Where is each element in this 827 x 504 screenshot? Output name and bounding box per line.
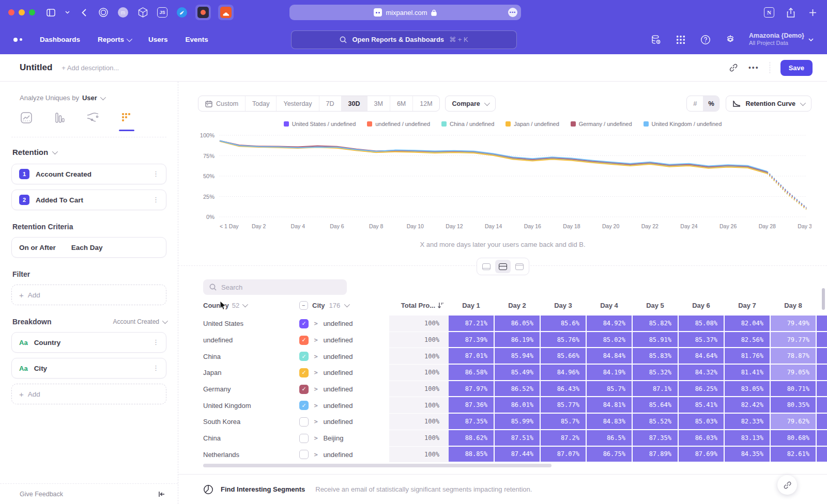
retention-cell[interactable]: 85.99%	[495, 414, 540, 429]
expand-chevron-icon[interactable]: >	[314, 337, 318, 343]
copy-link-icon[interactable]	[729, 63, 738, 72]
mixpanel-logo[interactable]	[13, 38, 22, 42]
vertical-scrollbar[interactable]	[822, 288, 825, 310]
step-card-1[interactable]: 1 Account Created ⋮	[11, 164, 166, 184]
column-day-2[interactable]: Day 2	[495, 302, 540, 309]
retention-cell[interactable]: 85.32%	[633, 365, 678, 380]
legend-item[interactable]: China / undefined	[441, 121, 494, 127]
retention-cell[interactable]: 86.01%	[495, 397, 540, 413]
js-favicon[interactable]: JS	[156, 6, 169, 19]
retention-cell[interactable]: 80.35%	[771, 397, 816, 413]
column-total[interactable]: Total Pro...	[389, 302, 449, 309]
tab-flows[interactable]	[87, 112, 99, 131]
retention-cell[interactable]: 84.19%	[587, 365, 632, 380]
kebab-menu-icon[interactable]: ⋮	[152, 173, 159, 175]
retention-cell[interactable]: 82.61%	[771, 447, 816, 462]
layout-chart-only-button[interactable]	[479, 260, 494, 273]
row-checkbox[interactable]: ✓	[299, 368, 309, 377]
retention-cell[interactable]: 87.69%	[679, 447, 724, 462]
retention-cell[interactable]: 84.32%	[679, 365, 724, 380]
unit-percent-button[interactable]: %	[703, 96, 719, 111]
retention-cell[interactable]: 85.03%	[679, 414, 724, 429]
retention-cell[interactable]: 87.44%	[495, 447, 540, 462]
retention-cell[interactable]: 85.83%	[633, 348, 678, 364]
data-management-icon[interactable]	[650, 34, 662, 46]
row-checkbox[interactable]	[299, 417, 309, 427]
retention-cell[interactable]: 85.7%	[541, 414, 586, 429]
global-search-input[interactable]: Open Reports & Dashboards ⌘ + K	[291, 30, 517, 49]
tab-retention[interactable]	[121, 112, 132, 131]
range-custom[interactable]: Custom	[198, 96, 245, 111]
kebab-menu-icon[interactable]: ⋮	[152, 341, 159, 343]
range-6m[interactable]: 6M	[390, 96, 412, 111]
window-controls[interactable]	[8, 9, 35, 15]
retention-cell[interactable]: 86.52%	[495, 381, 540, 397]
more-options-icon[interactable]: •••	[748, 64, 759, 72]
kebab-menu-icon[interactable]: ⋮	[152, 367, 159, 369]
retention-cell[interactable]: 87.89%	[633, 447, 678, 462]
retention-cell[interactable]: 85.08%	[679, 316, 724, 331]
layout-split-button[interactable]	[495, 260, 511, 273]
compare-button[interactable]: Compare	[445, 96, 496, 112]
retention-cell[interactable]: 85.52%	[633, 414, 678, 429]
range-yesterday[interactable]: Yesterday	[276, 96, 318, 111]
criteria-each-day[interactable]: Each Day	[71, 244, 103, 251]
nav-item-users[interactable]: Users	[148, 36, 168, 43]
column-day-8[interactable]: Day 8	[771, 302, 816, 309]
retention-cell[interactable]: 81.41%	[725, 365, 770, 380]
column-day-3[interactable]: Day 3	[541, 302, 586, 309]
legend-item[interactable]: undefined / undefined	[367, 121, 430, 127]
chart-type-button[interactable]: Retention Curve	[726, 96, 811, 112]
select-all-checkbox[interactable]: −	[299, 301, 308, 310]
retention-cell[interactable]: 83.13%	[725, 430, 770, 446]
retention-cell[interactable]: 86.19%	[495, 332, 540, 348]
row-checkbox[interactable]	[299, 450, 309, 459]
settings-gear-icon[interactable]	[724, 34, 737, 46]
legend-item[interactable]: United States / undefined	[284, 121, 356, 127]
retention-cell[interactable]: 82.04%	[725, 316, 770, 331]
retention-cell[interactable]: 81.76%	[725, 348, 770, 364]
retention-cell[interactable]: 84.84%	[587, 348, 632, 364]
retention-cell[interactable]: 79.05%	[771, 365, 816, 380]
analyze-uniques-row[interactable]: Analyze Uniques by User	[11, 94, 166, 102]
retention-cell[interactable]: 84.83%	[587, 414, 632, 429]
give-feedback-link[interactable]: Give Feedback	[20, 491, 63, 498]
breakdown-add-button[interactable]: + Add	[11, 384, 166, 404]
step-event-label[interactable]: Added To Cart	[36, 196, 83, 204]
retention-cell[interactable]: 84.35%	[725, 447, 770, 462]
retention-cell[interactable]: 85.66%	[541, 348, 586, 364]
retention-cell[interactable]: 86.05%	[495, 316, 540, 331]
retention-cell[interactable]: 85.76%	[541, 332, 586, 348]
app-tile-orange-icon[interactable]	[218, 5, 234, 20]
expand-chevron-icon[interactable]: >	[314, 386, 318, 392]
expand-chevron-icon[interactable]: >	[314, 435, 318, 441]
report-title[interactable]: Untitled	[20, 62, 52, 73]
retention-cell[interactable]: 87.35%	[633, 430, 678, 446]
maximize-window-button[interactable]	[29, 9, 35, 15]
legend-item[interactable]: Germany / undefined	[571, 121, 632, 127]
app-tile-dark-icon[interactable]	[195, 5, 211, 20]
column-day-4[interactable]: Day 4	[587, 302, 632, 309]
tab-funnels[interactable]	[54, 112, 65, 131]
site-options-icon[interactable]: •••	[508, 8, 517, 17]
help-icon[interactable]	[699, 34, 712, 46]
retention-cell[interactable]: 85.02%	[587, 332, 632, 348]
retention-cell[interactable]: 84.81%	[587, 397, 632, 413]
apps-grid-icon[interactable]	[675, 34, 687, 46]
retention-cell[interactable]: 82.42%	[725, 397, 770, 413]
project-switcher[interactable]: Amazonia {Demo} All Project Data	[749, 32, 814, 47]
range-3m[interactable]: 3M	[367, 96, 390, 111]
retention-cell[interactable]: 85.37%	[679, 332, 724, 348]
breakdown-property-label[interactable]: Country	[34, 339, 61, 346]
retention-cell[interactable]: 85.77%	[541, 397, 586, 413]
retention-cell[interactable]: 87.35%	[449, 414, 494, 429]
retention-cell[interactable]: 86.75%	[587, 447, 632, 462]
nav-item-reports[interactable]: Reports	[98, 36, 131, 43]
breakdown-property-label[interactable]: City	[34, 365, 48, 372]
column-day-7[interactable]: Day 7	[725, 302, 770, 309]
retention-chart[interactable]: 0%25%50%75%100%< 1 DayDay 2Day 4Day 6Day…	[194, 130, 811, 235]
retention-cell[interactable]: 87.97%	[449, 381, 494, 397]
retention-cell[interactable]: 86.58%	[449, 365, 494, 380]
retention-cell[interactable]: 84.64%	[679, 348, 724, 364]
globe-favicon[interactable]	[176, 6, 188, 19]
